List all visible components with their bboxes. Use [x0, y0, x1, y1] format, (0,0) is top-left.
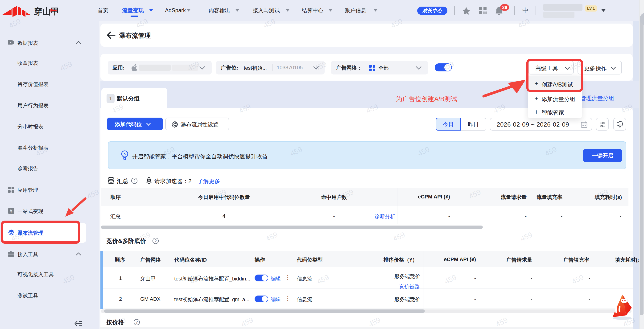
svg-text:?: ?: [136, 320, 138, 324]
svg-text:?: ?: [155, 239, 157, 243]
svg-text:¥: ¥: [10, 208, 12, 214]
svg-text:?: ?: [134, 179, 136, 183]
